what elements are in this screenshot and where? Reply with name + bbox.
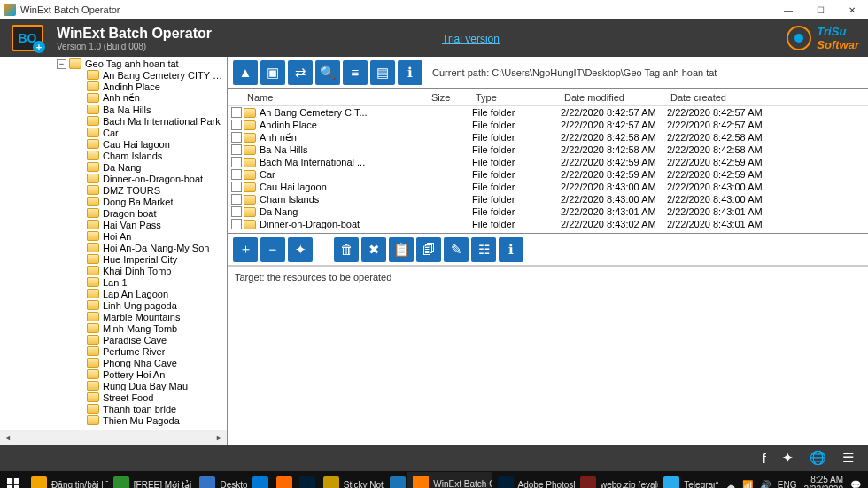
file-row[interactable]: Da NangFile folder2/22/2020 8:43:01 AM2/… <box>228 205 868 218</box>
add-button[interactable]: ＋ <box>233 237 258 262</box>
row-checkbox[interactable] <box>231 194 242 205</box>
refresh-button[interactable]: ⇄ <box>288 60 313 85</box>
row-checkbox[interactable] <box>231 219 242 229</box>
taskbar-item[interactable]: Desktop <box>194 472 247 488</box>
tree-item[interactable]: Pottery Hoi An <box>4 368 227 380</box>
taskbar-item[interactable] <box>384 472 407 488</box>
col-created[interactable]: Date created <box>670 92 777 103</box>
taskbar-item[interactable] <box>294 472 317 488</box>
tree-item[interactable]: Dragon boat <box>4 207 227 219</box>
tray-clock[interactable]: 8:25 AM 2/22/2020 <box>804 475 844 488</box>
tree-item[interactable]: Hoi An <box>4 230 227 242</box>
tree-root[interactable]: − Geo Tag anh hoan tat <box>4 58 227 69</box>
taskbar-item[interactable]: Telegram <box>658 472 715 488</box>
tree-item[interactable]: Street Food <box>4 391 227 403</box>
tree-item[interactable]: Lan 1 <box>4 276 227 288</box>
desktop-button[interactable]: ▣ <box>260 60 285 85</box>
col-modified[interactable]: Date modified <box>564 92 670 103</box>
row-checkbox[interactable] <box>231 144 242 155</box>
tree-item[interactable]: Andinh Place <box>4 81 227 92</box>
tree-item[interactable]: Hai Van Pass <box>4 219 227 230</box>
tree-item[interactable]: Da Nang <box>4 161 227 173</box>
search-button[interactable]: 🔍 <box>315 60 340 85</box>
tree-item[interactable]: Thanh toan bride <box>4 403 227 414</box>
cancel-button[interactable]: ✖ <box>361 237 386 262</box>
tree-item[interactable]: Anh nền <box>4 92 227 104</box>
globe-icon[interactable]: 🌐 <box>810 450 826 466</box>
file-row[interactable]: Dinner-on-Dragon-boatFile folder2/22/202… <box>228 218 868 230</box>
row-checkbox[interactable] <box>231 169 242 180</box>
tree-item[interactable]: An Bang Cemetery CITY OF GHOS <box>4 69 227 81</box>
tree-item[interactable]: Minh Mang Tomb <box>4 322 227 334</box>
tree-item[interactable]: Cham Islands <box>4 150 227 161</box>
trial-version-link[interactable]: Trial version <box>442 33 500 45</box>
tree-item[interactable]: Thien Mu Pagoda <box>4 414 227 426</box>
taskbar-item[interactable]: webo.zip (evalu… <box>575 472 658 488</box>
taskbar-item[interactable]: [FREE] Mới tải b… <box>108 472 195 488</box>
row-checkbox[interactable] <box>231 120 242 130</box>
tray-cloud-icon[interactable]: ☁ <box>726 480 735 489</box>
row-checkbox[interactable] <box>231 157 242 167</box>
tree-item[interactable]: Cau Hai lagoon <box>4 138 227 150</box>
start-button[interactable] <box>0 471 26 488</box>
tray-wifi-icon[interactable]: 📶 <box>742 480 753 489</box>
file-row[interactable]: Cau Hai lagoonFile folder2/22/2020 8:43:… <box>228 181 868 193</box>
tree-item[interactable]: Dong Ba Market <box>4 196 227 207</box>
tray-language[interactable]: ENG <box>778 480 797 489</box>
scroll-left-icon[interactable]: ◄ <box>0 430 15 445</box>
row-checkbox[interactable] <box>231 107 242 118</box>
close-button[interactable]: ✕ <box>836 0 868 19</box>
file-list-header[interactable]: Name Size Type Date modified Date create… <box>228 89 868 106</box>
tray-chevron-icon[interactable]: ˄ <box>715 480 719 489</box>
tree-item[interactable]: Perfume River <box>4 345 227 357</box>
tray-notifications-icon[interactable]: 💬 <box>850 480 861 489</box>
list-view-button[interactable]: ≡ <box>343 60 368 85</box>
taskbar-item[interactable]: Sticky Notes <box>318 472 384 488</box>
tree-item[interactable]: Marble Mountains <box>4 311 227 322</box>
delete-button[interactable]: 🗑 <box>334 237 359 262</box>
tree-item[interactable]: DMZ TOURS <box>4 184 227 196</box>
row-checkbox[interactable] <box>231 132 242 143</box>
taskbar-item[interactable] <box>271 472 294 488</box>
tree-item[interactable]: Hoi An-Da Nang-My Son <box>4 242 227 253</box>
tree-item[interactable]: Paradise Cave <box>4 334 227 345</box>
details-view-button[interactable]: ▤ <box>370 60 395 85</box>
collapse-icon[interactable]: − <box>57 59 66 69</box>
up-button[interactable]: ▲ <box>233 60 258 85</box>
col-name[interactable]: Name <box>245 92 431 103</box>
tree-item[interactable]: Rung Dua Bay Mau <box>4 380 227 391</box>
clear-button[interactable]: ✦ <box>288 237 313 262</box>
paste-button[interactable]: 📋 <box>389 237 414 262</box>
tree-item[interactable]: Khai Dinh Tomb <box>4 265 227 276</box>
tree-item[interactable]: Ba Na Hills <box>4 104 227 115</box>
file-row[interactable]: An Bang Cemetery CIT...File folder2/22/2… <box>228 106 868 119</box>
file-row[interactable]: Andinh PlaceFile folder2/22/2020 8:42:57… <box>228 119 868 131</box>
maximize-button[interactable]: ☐ <box>804 0 836 19</box>
folder-tree[interactable]: − Geo Tag anh hoan tat An Bang Cemetery … <box>0 57 227 429</box>
info-button[interactable]: ℹ <box>398 60 422 85</box>
horizontal-scrollbar[interactable]: ◄ ► <box>0 430 227 445</box>
col-size[interactable]: Size <box>431 92 476 103</box>
tree-item[interactable]: Dinner-on-Dragon-boat <box>4 173 227 184</box>
row-checkbox[interactable] <box>231 206 242 217</box>
row-checkbox[interactable] <box>231 182 242 192</box>
tree-item[interactable]: Phong Nha Cave <box>4 357 227 368</box>
tree-item[interactable]: Hue Imperial City <box>4 253 227 265</box>
taskbar-item[interactable]: Adobe Photosh… <box>492 472 575 488</box>
info2-button[interactable]: ℹ <box>499 237 523 262</box>
properties-button[interactable]: ☷ <box>471 237 496 262</box>
taskbar-item[interactable] <box>247 472 270 488</box>
file-row[interactable]: Ba Na HillsFile folder2/22/2020 8:42:58 … <box>228 143 868 156</box>
file-row[interactable]: Bach Ma International ...File folder2/22… <box>228 156 868 168</box>
rename-button[interactable]: ✎ <box>444 237 469 262</box>
file-row[interactable]: Anh nềnFile folder2/22/2020 8:42:58 AM2/… <box>228 131 868 143</box>
menu-icon[interactable]: ☰ <box>842 450 854 466</box>
scroll-right-icon[interactable]: ► <box>212 430 227 445</box>
system-tray[interactable]: ˄ ☁ 📶 🔊 ENG 8:25 AM 2/22/2020 💬 <box>715 475 868 488</box>
file-list[interactable]: An Bang Cemetery CIT...File folder2/22/2… <box>228 106 868 234</box>
file-row[interactable]: CarFile folder2/22/2020 8:42:59 AM2/22/2… <box>228 168 868 181</box>
minimize-button[interactable]: — <box>772 0 804 19</box>
copy-button[interactable]: 🗐 <box>416 237 441 262</box>
taskbar-item[interactable]: Đăng tin/bài | T… <box>26 472 108 488</box>
tree-item[interactable]: Car <box>4 127 227 138</box>
